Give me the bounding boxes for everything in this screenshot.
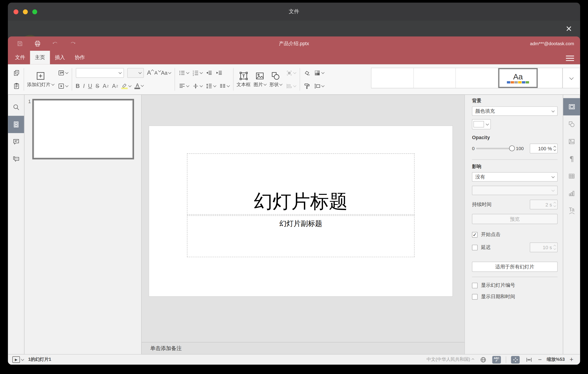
title-placeholder[interactable]: 幻灯片标题 xyxy=(187,154,415,215)
zoom-in-button[interactable]: + xyxy=(570,356,574,363)
decrease-indent-button[interactable] xyxy=(206,69,212,76)
italic-button[interactable]: I xyxy=(83,83,85,89)
slides-panel-icon[interactable] xyxy=(8,116,24,133)
tab-insert[interactable]: 插入 xyxy=(50,51,70,65)
chart-settings-icon[interactable] xyxy=(563,185,580,202)
slide-size-button[interactable] xyxy=(314,83,324,89)
start-on-click-checkbox[interactable]: ✓ xyxy=(472,232,478,237)
background-label: 背景 xyxy=(472,98,558,104)
slide-thumbnails-panel: 1 xyxy=(24,95,141,354)
notes-area[interactable]: 单击添加备注 xyxy=(142,342,464,354)
slide-settings-icon[interactable] xyxy=(563,98,580,115)
show-slide-number-checkbox[interactable]: ✓ xyxy=(472,283,478,288)
shape-label: 形状 xyxy=(269,81,279,88)
change-case-button[interactable]: Aa xyxy=(161,70,171,76)
increase-indent-button[interactable] xyxy=(216,69,222,76)
spellcheck-icon[interactable]: ABC✓ xyxy=(492,356,501,363)
tab-home[interactable]: 主页 xyxy=(30,51,50,65)
opacity-slider[interactable] xyxy=(476,148,512,149)
insert-image-button[interactable]: 图片 xyxy=(252,64,268,94)
theme-gallery-expand-button[interactable] xyxy=(563,68,580,88)
paste-button[interactable] xyxy=(13,83,20,89)
numbering-button[interactable]: 123 xyxy=(192,69,202,76)
opacity-spinner[interactable]: 100 % xyxy=(530,143,557,154)
align-objects-button[interactable] xyxy=(286,83,296,89)
show-slide-number-row[interactable]: ✓ 显示幻灯片编号 xyxy=(472,282,558,289)
insert-textbox-button[interactable]: T 文本框 xyxy=(235,64,252,94)
show-date-time-checkbox[interactable]: ✓ xyxy=(472,294,478,299)
print-icon[interactable] xyxy=(34,40,41,47)
slide-canvas[interactable]: 幻灯片标题 幻灯片副标题 xyxy=(142,95,464,342)
paragraph-settings-icon[interactable]: ¶ xyxy=(563,150,580,167)
color-scheme-button[interactable] xyxy=(314,69,324,76)
vertical-align-button[interactable] xyxy=(192,83,202,89)
save-icon[interactable] xyxy=(16,40,24,47)
bold-button[interactable]: B xyxy=(76,83,80,89)
theme-selected[interactable]: Aa xyxy=(498,68,537,88)
fit-to-slide-icon[interactable] xyxy=(511,356,520,363)
columns-button[interactable] xyxy=(219,83,229,89)
fill-color-picker[interactable] xyxy=(472,119,491,129)
increase-font-button[interactable]: A xyxy=(147,69,151,76)
decrease-font-button[interactable]: A xyxy=(154,70,158,76)
slide-thumbnail[interactable] xyxy=(32,99,134,159)
font-color-button[interactable]: A xyxy=(135,83,143,89)
slide-layout-button[interactable] xyxy=(58,69,68,76)
underline-button[interactable]: U xyxy=(88,83,92,89)
delay-spinner[interactable]: 10 s xyxy=(530,242,557,252)
start-slideshow-status-button[interactable]: ▶ xyxy=(12,356,23,363)
highlight-color-button[interactable] xyxy=(122,83,131,89)
theme-empty-4[interactable] xyxy=(538,68,563,88)
window-title: 文件 xyxy=(8,3,580,21)
delay-checkbox[interactable]: ✓ xyxy=(472,244,478,250)
copy-style-button[interactable] xyxy=(304,83,311,89)
bullets-button[interactable] xyxy=(179,69,189,76)
effect-variant-dropdown[interactable] xyxy=(472,186,558,195)
tab-collaboration[interactable]: 协作 xyxy=(70,51,90,65)
close-icon[interactable]: ✕ xyxy=(564,24,574,34)
insert-shape-button[interactable]: 形状 xyxy=(268,64,284,94)
subscript-button[interactable]: A2 xyxy=(112,83,118,89)
chat-icon[interactable] xyxy=(8,150,24,167)
duration-spinner[interactable]: 2 s xyxy=(530,199,557,209)
fill-type-dropdown[interactable]: 颜色填充 xyxy=(472,107,558,116)
apply-to-all-slides-button[interactable]: 适用于所有幻灯片 xyxy=(472,262,558,272)
theme-selected-label: Aa xyxy=(513,72,523,80)
start-slideshow-button[interactable] xyxy=(58,83,68,89)
opacity-slider-knob[interactable] xyxy=(509,145,515,151)
undo-icon[interactable] xyxy=(51,40,59,47)
start-on-click-row[interactable]: ✓ 开始点击 xyxy=(472,231,558,238)
tab-file[interactable]: 文件 xyxy=(10,51,30,65)
document-language-icon[interactable] xyxy=(479,356,487,363)
horizontal-align-button[interactable] xyxy=(179,83,189,89)
line-spacing-button[interactable] xyxy=(206,83,216,89)
arrange-button[interactable] xyxy=(286,69,296,76)
subtitle-placeholder[interactable]: 幻灯片副标题 xyxy=(187,215,415,257)
zoom-out-button[interactable]: − xyxy=(538,356,542,363)
copy-button[interactable] xyxy=(13,69,20,76)
preview-button[interactable]: 预览 xyxy=(472,214,558,224)
add-slide-button[interactable]: 添加幻灯片 xyxy=(25,64,55,94)
superscript-button[interactable]: A2 xyxy=(103,83,109,89)
slide-number: 1 xyxy=(28,99,31,104)
image-settings-icon[interactable] xyxy=(563,133,580,150)
font-size-combo[interactable] xyxy=(127,68,144,78)
fit-to-width-icon[interactable] xyxy=(525,356,533,363)
comments-icon[interactable] xyxy=(8,133,24,150)
search-icon[interactable] xyxy=(8,99,24,116)
table-settings-icon[interactable] xyxy=(563,167,580,185)
font-name-combo[interactable] xyxy=(76,68,124,78)
redo-icon[interactable] xyxy=(69,40,77,47)
theme-empty-3[interactable] xyxy=(456,68,498,88)
strikethrough-button[interactable]: S xyxy=(96,83,99,89)
shape-settings-icon[interactable] xyxy=(563,115,580,133)
textart-settings-icon[interactable]: Ta xyxy=(563,202,580,219)
menu-icon[interactable] xyxy=(566,56,574,61)
clear-style-button[interactable] xyxy=(304,69,311,76)
theme-empty-2[interactable] xyxy=(414,68,456,88)
show-date-time-row[interactable]: ✓ 显示日期和时间 xyxy=(472,293,558,300)
theme-empty-1[interactable] xyxy=(371,68,413,88)
effect-dropdown[interactable]: 没有 xyxy=(472,172,558,182)
language-selector[interactable]: 中文(中华人民共和国) xyxy=(427,356,474,363)
slide[interactable]: 幻灯片标题 幻灯片副标题 xyxy=(149,126,452,296)
